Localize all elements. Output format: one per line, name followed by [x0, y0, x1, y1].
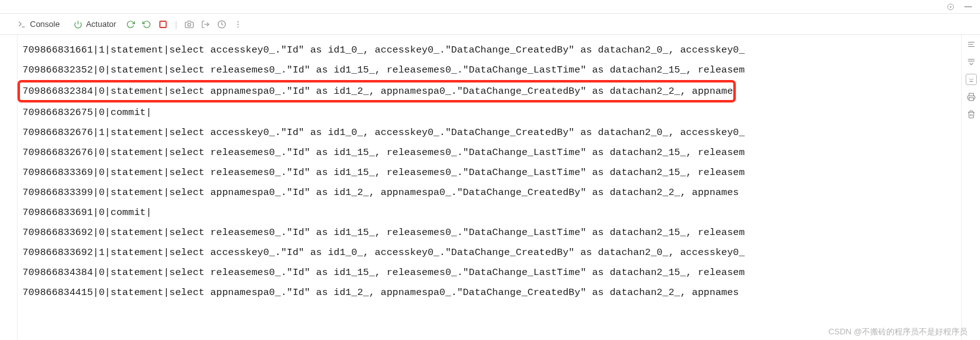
soft-wrap-icon[interactable]: [966, 39, 977, 50]
toolbar: Console Actuator |: [0, 14, 980, 35]
tab-console[interactable]: Console: [12, 18, 64, 31]
content-wrap: 709866831661|1|statement|select accesske…: [0, 35, 980, 340]
more-icon[interactable]: [232, 19, 244, 30]
svg-rect-18: [969, 98, 973, 101]
log-line: 709866833692|1|statement|select accesske…: [22, 242, 961, 262]
right-gutter: [961, 35, 980, 340]
log-line: 709866834384|0|statement|select releasem…: [22, 262, 961, 282]
separator: |: [174, 19, 178, 29]
log-line: 709866832384|0|statement|select appnames…: [17, 80, 736, 102]
exit-icon[interactable]: [200, 19, 211, 30]
stop-icon[interactable]: [157, 19, 169, 30]
log-line: 709866833369|0|statement|select releasem…: [22, 162, 961, 182]
log-line: 709866833692|0|statement|select releasem…: [22, 222, 961, 242]
profiler-icon[interactable]: [216, 19, 227, 30]
titlebar: [0, 0, 980, 14]
log-line: 709866831661|1|statement|select accesske…: [22, 40, 961, 60]
print-icon[interactable]: [966, 91, 977, 102]
svg-point-10: [237, 24, 239, 25]
svg-point-11: [237, 26, 239, 28]
log-line: 709866833691|0|commit|: [22, 202, 961, 222]
trash-icon[interactable]: [966, 109, 977, 120]
log-line: 709866832352|0|statement|select releasem…: [22, 60, 961, 80]
rerun-icon[interactable]: [125, 19, 136, 30]
svg-point-6: [187, 23, 191, 26]
svg-rect-2: [964, 6, 972, 8]
terminal-icon: [16, 19, 27, 30]
watermark: CSDN @不搬砖的程序员不是好程序员: [828, 326, 968, 338]
scroll-end-icon[interactable]: [966, 56, 977, 68]
console-label: Console: [30, 19, 60, 29]
left-gutter: [0, 35, 17, 340]
svg-point-1: [950, 6, 951, 8]
log-line: 709866832676|0|statement|select releasem…: [22, 142, 961, 162]
log-line: 709866832675|0|commit|: [22, 102, 961, 122]
svg-rect-5: [160, 21, 166, 28]
log-line: 709866832676|1|statement|select accesske…: [22, 122, 961, 142]
console-output[interactable]: 709866831661|1|statement|select accesske…: [17, 35, 961, 340]
run-icon[interactable]: [141, 19, 152, 30]
svg-point-9: [237, 21, 239, 22]
actuator-label: Actuator: [86, 19, 116, 29]
log-line: 709866834415|0|statement|select appnames…: [22, 282, 961, 302]
minimize-icon[interactable]: [964, 2, 973, 11]
log-line: 709866833399|0|statement|select appnames…: [22, 182, 961, 202]
tab-actuator[interactable]: Actuator: [69, 18, 120, 31]
power-icon: [72, 19, 84, 30]
target-icon[interactable]: [946, 2, 955, 11]
scroll-to-end-toggle-icon[interactable]: [966, 74, 977, 85]
camera-icon[interactable]: [184, 19, 195, 30]
